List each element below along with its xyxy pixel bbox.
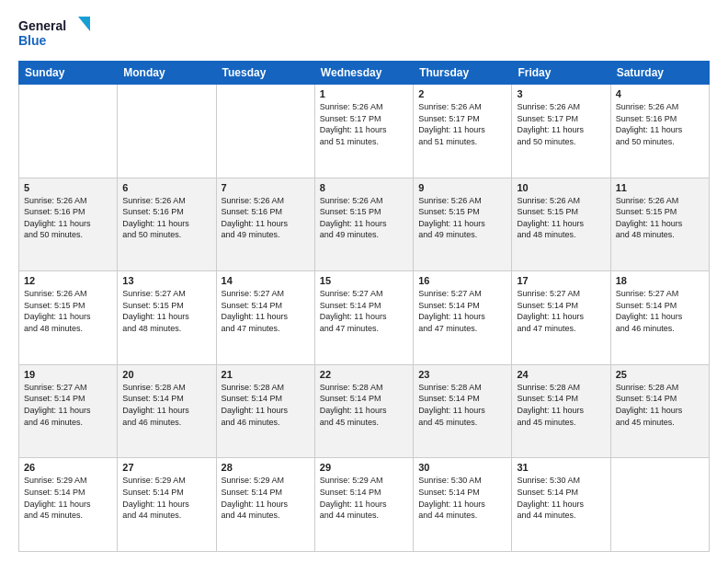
day-number: 21 (222, 369, 310, 380)
calendar-cell: 1Sunrise: 5:26 AM Sunset: 5:17 PM Daylig… (314, 85, 413, 178)
calendar-cell: 8Sunrise: 5:26 AM Sunset: 5:15 PM Daylig… (314, 178, 413, 271)
calendar-cell: 6Sunrise: 5:26 AM Sunset: 5:16 PM Daylig… (118, 178, 216, 271)
day-number: 10 (517, 182, 605, 193)
day-info: Sunrise: 5:26 AM Sunset: 5:16 PM Dayligh… (616, 101, 704, 147)
day-info: Sunrise: 5:28 AM Sunset: 5:14 PM Dayligh… (222, 382, 310, 428)
day-number: 30 (418, 462, 506, 473)
calendar-cell: 14Sunrise: 5:27 AM Sunset: 5:14 PM Dayli… (216, 271, 314, 365)
calendar-week-row: 26Sunrise: 5:29 AM Sunset: 5:14 PM Dayli… (19, 458, 710, 552)
calendar-header-cell: Friday (512, 62, 610, 85)
day-number: 13 (122, 275, 210, 286)
calendar-header-cell: Saturday (610, 62, 709, 85)
day-number: 9 (418, 182, 506, 193)
day-number: 17 (517, 275, 605, 286)
day-number: 18 (616, 275, 704, 286)
calendar-header-cell: Monday (118, 62, 216, 85)
day-info: Sunrise: 5:26 AM Sunset: 5:15 PM Dayligh… (418, 195, 506, 241)
day-number: 22 (320, 369, 408, 380)
day-info: Sunrise: 5:27 AM Sunset: 5:14 PM Dayligh… (24, 382, 112, 428)
day-info: Sunrise: 5:28 AM Sunset: 5:14 PM Dayligh… (616, 382, 704, 428)
calendar-cell: 5Sunrise: 5:26 AM Sunset: 5:16 PM Daylig… (19, 178, 118, 271)
calendar-cell: 24Sunrise: 5:28 AM Sunset: 5:14 PM Dayli… (512, 364, 610, 458)
day-info: Sunrise: 5:26 AM Sunset: 5:17 PM Dayligh… (320, 101, 408, 147)
calendar-body: 1Sunrise: 5:26 AM Sunset: 5:17 PM Daylig… (19, 85, 710, 552)
calendar-cell: 17Sunrise: 5:27 AM Sunset: 5:14 PM Dayli… (512, 271, 610, 365)
calendar-week-row: 1Sunrise: 5:26 AM Sunset: 5:17 PM Daylig… (19, 85, 710, 178)
calendar-week-row: 12Sunrise: 5:26 AM Sunset: 5:15 PM Dayli… (19, 271, 710, 365)
day-info: Sunrise: 5:29 AM Sunset: 5:14 PM Dayligh… (122, 475, 210, 521)
day-info: Sunrise: 5:26 AM Sunset: 5:15 PM Dayligh… (24, 288, 112, 334)
day-info: Sunrise: 5:28 AM Sunset: 5:14 PM Dayligh… (418, 382, 506, 428)
svg-marker-2 (78, 17, 90, 31)
day-number: 7 (222, 182, 310, 193)
day-info: Sunrise: 5:30 AM Sunset: 5:14 PM Dayligh… (517, 475, 605, 521)
calendar-cell: 26Sunrise: 5:29 AM Sunset: 5:14 PM Dayli… (19, 458, 118, 552)
day-info: Sunrise: 5:27 AM Sunset: 5:14 PM Dayligh… (320, 288, 408, 334)
calendar-cell: 28Sunrise: 5:29 AM Sunset: 5:14 PM Dayli… (216, 458, 314, 552)
calendar-cell: 15Sunrise: 5:27 AM Sunset: 5:14 PM Dayli… (314, 271, 413, 365)
calendar-cell: 30Sunrise: 5:30 AM Sunset: 5:14 PM Dayli… (414, 458, 512, 552)
day-number: 4 (616, 88, 704, 99)
calendar-cell: 9Sunrise: 5:26 AM Sunset: 5:15 PM Daylig… (414, 178, 512, 271)
day-number: 19 (24, 369, 112, 380)
day-number: 20 (122, 369, 210, 380)
day-number: 27 (122, 462, 210, 473)
calendar-week-row: 19Sunrise: 5:27 AM Sunset: 5:14 PM Dayli… (19, 364, 710, 458)
calendar-cell (610, 458, 709, 552)
calendar-cell: 10Sunrise: 5:26 AM Sunset: 5:15 PM Dayli… (512, 178, 610, 271)
svg-text:Blue: Blue (18, 33, 47, 48)
day-info: Sunrise: 5:27 AM Sunset: 5:14 PM Dayligh… (222, 288, 310, 334)
day-info: Sunrise: 5:26 AM Sunset: 5:16 PM Dayligh… (222, 195, 310, 241)
day-info: Sunrise: 5:29 AM Sunset: 5:14 PM Dayligh… (24, 475, 112, 521)
calendar-cell: 3Sunrise: 5:26 AM Sunset: 5:17 PM Daylig… (512, 85, 610, 178)
day-info: Sunrise: 5:26 AM Sunset: 5:17 PM Dayligh… (418, 101, 506, 147)
day-number: 8 (320, 182, 408, 193)
calendar-header-row: SundayMondayTuesdayWednesdayThursdayFrid… (19, 62, 710, 85)
day-info: Sunrise: 5:26 AM Sunset: 5:15 PM Dayligh… (320, 195, 408, 241)
day-info: Sunrise: 5:26 AM Sunset: 5:16 PM Dayligh… (122, 195, 210, 241)
day-info: Sunrise: 5:27 AM Sunset: 5:14 PM Dayligh… (418, 288, 506, 334)
calendar-cell: 25Sunrise: 5:28 AM Sunset: 5:14 PM Dayli… (610, 364, 709, 458)
day-number: 16 (418, 275, 506, 286)
day-info: Sunrise: 5:27 AM Sunset: 5:15 PM Dayligh… (122, 288, 210, 334)
day-number: 26 (24, 462, 112, 473)
calendar-cell: 12Sunrise: 5:26 AM Sunset: 5:15 PM Dayli… (19, 271, 118, 365)
calendar-cell: 19Sunrise: 5:27 AM Sunset: 5:14 PM Dayli… (19, 364, 118, 458)
day-number: 12 (24, 275, 112, 286)
calendar-cell: 27Sunrise: 5:29 AM Sunset: 5:14 PM Dayli… (118, 458, 216, 552)
day-number: 23 (418, 369, 506, 380)
calendar-header-cell: Sunday (19, 62, 118, 85)
calendar-cell: 13Sunrise: 5:27 AM Sunset: 5:15 PM Dayli… (118, 271, 216, 365)
calendar-cell (216, 85, 314, 178)
day-number: 11 (616, 182, 704, 193)
day-number: 3 (517, 88, 605, 99)
calendar-cell: 31Sunrise: 5:30 AM Sunset: 5:14 PM Dayli… (512, 458, 610, 552)
page: General Blue SundayMondayTuesdayWednesda… (0, 0, 728, 563)
day-info: Sunrise: 5:29 AM Sunset: 5:14 PM Dayligh… (320, 475, 408, 521)
day-info: Sunrise: 5:28 AM Sunset: 5:14 PM Dayligh… (320, 382, 408, 428)
day-info: Sunrise: 5:27 AM Sunset: 5:14 PM Dayligh… (517, 288, 605, 334)
calendar-cell: 29Sunrise: 5:29 AM Sunset: 5:14 PM Dayli… (314, 458, 413, 552)
calendar-cell: 23Sunrise: 5:28 AM Sunset: 5:14 PM Dayli… (414, 364, 512, 458)
calendar-header-cell: Wednesday (314, 62, 413, 85)
day-info: Sunrise: 5:26 AM Sunset: 5:16 PM Dayligh… (24, 195, 112, 241)
day-number: 28 (222, 462, 310, 473)
calendar-cell (19, 85, 118, 178)
calendar-table: SundayMondayTuesdayWednesdayThursdayFrid… (18, 61, 710, 552)
calendar-cell: 16Sunrise: 5:27 AM Sunset: 5:14 PM Dayli… (414, 271, 512, 365)
day-info: Sunrise: 5:27 AM Sunset: 5:14 PM Dayligh… (616, 288, 704, 334)
day-number: 14 (222, 275, 310, 286)
day-number: 5 (24, 182, 112, 193)
calendar-cell: 21Sunrise: 5:28 AM Sunset: 5:14 PM Dayli… (216, 364, 314, 458)
day-number: 1 (320, 88, 408, 99)
calendar-cell: 22Sunrise: 5:28 AM Sunset: 5:14 PM Dayli… (314, 364, 413, 458)
day-number: 24 (517, 369, 605, 380)
day-number: 29 (320, 462, 408, 473)
calendar-cell: 2Sunrise: 5:26 AM Sunset: 5:17 PM Daylig… (414, 85, 512, 178)
day-info: Sunrise: 5:30 AM Sunset: 5:14 PM Dayligh… (418, 475, 506, 521)
day-info: Sunrise: 5:26 AM Sunset: 5:15 PM Dayligh… (517, 195, 605, 241)
day-number: 31 (517, 462, 605, 473)
day-info: Sunrise: 5:29 AM Sunset: 5:14 PM Dayligh… (222, 475, 310, 521)
calendar-cell: 11Sunrise: 5:26 AM Sunset: 5:15 PM Dayli… (610, 178, 709, 271)
day-info: Sunrise: 5:28 AM Sunset: 5:14 PM Dayligh… (122, 382, 210, 428)
